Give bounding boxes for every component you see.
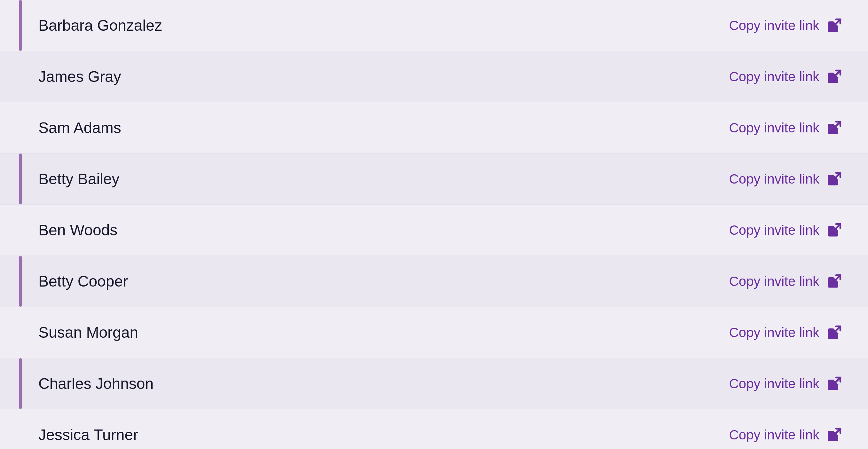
list-item: Barbara Gonzalez Copy invite link: [0, 0, 868, 51]
list-item: Ben Woods Copy invite link: [0, 205, 868, 256]
list-item: Susan Morgan Copy invite link: [0, 307, 868, 358]
group-border-continuation: [19, 307, 22, 358]
person-name: Ben Woods: [38, 221, 729, 239]
copy-invite-label: Copy invite link: [729, 427, 819, 443]
copy-link-icon: [826, 171, 842, 187]
list-item: Jessica Turner Copy invite link: [0, 409, 868, 449]
copy-link-icon: [826, 17, 842, 34]
group-border: [19, 256, 22, 307]
person-name: Barbara Gonzalez: [38, 17, 729, 34]
list-item: Charles Johnson Copy invite link: [0, 358, 868, 409]
copy-link-icon: [826, 376, 842, 392]
copy-link-icon: [826, 324, 842, 341]
copy-invite-label: Copy invite link: [729, 274, 819, 289]
group-border: [19, 154, 22, 204]
person-name: Sam Adams: [38, 119, 729, 136]
copy-link-icon: [826, 427, 842, 443]
group-border-continuation: [19, 51, 22, 102]
copy-invite-link-button[interactable]: Copy invite link: [729, 324, 842, 341]
list-item: Betty Bailey Copy invite link: [0, 154, 868, 205]
person-name: Betty Cooper: [38, 272, 729, 290]
copy-invite-label: Copy invite link: [729, 223, 819, 238]
copy-invite-label: Copy invite link: [729, 120, 819, 136]
copy-link-icon: [826, 68, 842, 85]
copy-link-icon: [826, 273, 842, 290]
copy-invite-label: Copy invite link: [729, 325, 819, 340]
copy-invite-link-button[interactable]: Copy invite link: [729, 222, 842, 238]
copy-invite-label: Copy invite link: [729, 171, 819, 187]
copy-invite-link-button[interactable]: Copy invite link: [729, 427, 842, 443]
person-name: Betty Bailey: [38, 170, 729, 188]
group-border: [19, 0, 22, 51]
group-border: [19, 358, 22, 409]
copy-link-icon: [826, 222, 842, 238]
list-item: Betty Cooper Copy invite link: [0, 256, 868, 307]
person-name: Charles Johnson: [38, 375, 729, 392]
copy-invite-label: Copy invite link: [729, 376, 819, 391]
group-border-continuation: [19, 409, 22, 449]
copy-invite-link-button[interactable]: Copy invite link: [729, 68, 842, 85]
copy-invite-label: Copy invite link: [729, 18, 819, 33]
person-name: Susan Morgan: [38, 324, 729, 341]
copy-invite-link-button[interactable]: Copy invite link: [729, 376, 842, 392]
invite-list: Barbara Gonzalez Copy invite link James …: [0, 0, 868, 449]
group-border-continuation: [19, 102, 22, 153]
copy-invite-link-button[interactable]: Copy invite link: [729, 17, 842, 34]
group-border-continuation: [19, 205, 22, 256]
copy-invite-link-button[interactable]: Copy invite link: [729, 171, 842, 187]
copy-link-icon: [826, 120, 842, 136]
copy-invite-link-button[interactable]: Copy invite link: [729, 120, 842, 136]
person-name: Jessica Turner: [38, 426, 729, 444]
list-item: Sam Adams Copy invite link: [0, 102, 868, 154]
copy-invite-link-button[interactable]: Copy invite link: [729, 273, 842, 290]
person-name: James Gray: [38, 68, 729, 85]
list-item: James Gray Copy invite link: [0, 51, 868, 102]
copy-invite-label: Copy invite link: [729, 69, 819, 85]
